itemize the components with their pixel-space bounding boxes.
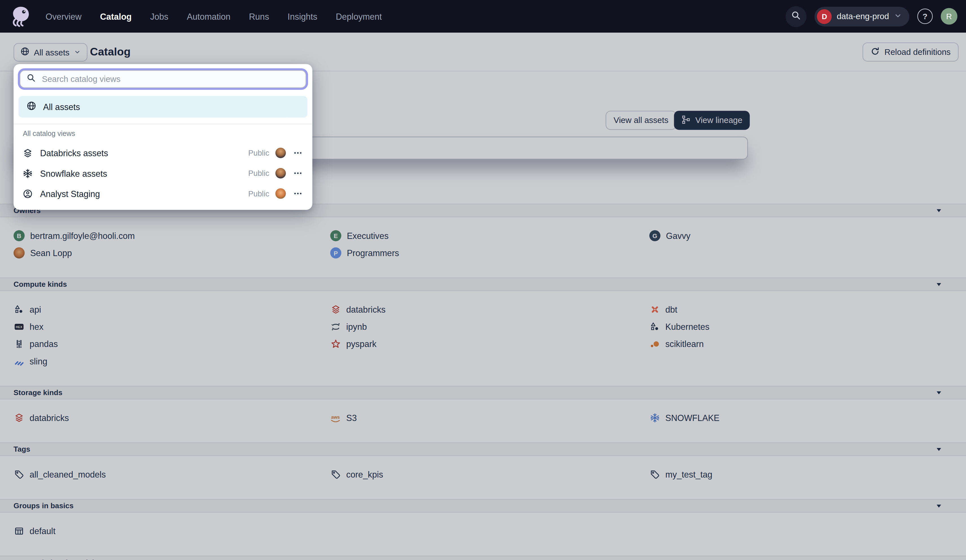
view-all-assets-button[interactable]: View all assets	[606, 111, 677, 130]
caret-down-icon	[935, 280, 943, 288]
facet-item[interactable]: databricks	[13, 409, 317, 426]
facet-item-label: Programmers	[347, 248, 399, 258]
caret-down-icon	[935, 502, 943, 509]
facet-item-label: all_cleaned_models	[30, 470, 106, 480]
avatar: G	[649, 230, 660, 241]
avatar: E	[330, 230, 341, 241]
pandas-icon	[13, 339, 24, 349]
facet-item[interactable]: my_test_tag	[649, 466, 944, 483]
global-search-button[interactable]	[786, 6, 807, 27]
facet-item[interactable]: core_kpis	[330, 466, 636, 483]
nav-item-automation[interactable]: Automation	[187, 11, 230, 21]
facet-item[interactable]: sling	[13, 353, 317, 370]
catalog-views-search-input[interactable]	[41, 74, 299, 84]
catalog-views-search[interactable]	[20, 70, 306, 88]
section-column: default	[0, 522, 317, 540]
avatar	[13, 247, 25, 258]
nav-item-runs[interactable]: Runs	[249, 11, 269, 21]
dropdown-item-all-assets[interactable]: All assets	[19, 96, 308, 118]
facet-item[interactable]: dbt	[649, 301, 944, 318]
dropdown-section-label: All catalog views	[13, 130, 312, 137]
section-body: databricksawsS3SNOWFLAKE	[0, 400, 966, 442]
more-menu-button[interactable]	[292, 188, 304, 200]
section-column: EExecutivesPProgrammers	[317, 227, 636, 262]
facet-item-label: dbt	[665, 305, 677, 314]
section-header-groups-in-basics[interactable]: Groups in basics	[0, 499, 966, 513]
user-avatar[interactable]: R	[941, 8, 957, 25]
facet-item[interactable]: databricks	[330, 301, 636, 318]
avatar: B	[13, 230, 25, 241]
view-lineage-button[interactable]: View lineage	[674, 111, 750, 130]
section-header-compute-kinds[interactable]: Compute kinds	[0, 277, 966, 291]
section-column: all_cleaned_models	[0, 466, 317, 483]
facet-item[interactable]: pyspark	[330, 336, 636, 353]
section-header-storage-kinds[interactable]: Storage kinds	[0, 386, 966, 400]
facet-item[interactable]: GGavvy	[649, 227, 944, 244]
section-body: all_cleaned_modelscore_kpismy_test_tag	[0, 456, 966, 499]
facet-item-label: scikitlearn	[665, 339, 704, 349]
facet-item[interactable]: Sean Lopp	[13, 244, 317, 262]
facet-item[interactable]: ipynb	[330, 318, 636, 336]
nav-item-catalog[interactable]: Catalog	[100, 11, 131, 21]
tag-icon	[649, 470, 660, 480]
section-column	[636, 522, 944, 540]
section-body: Bbertram.gilfoyle@hooli.comSean LoppEExe…	[0, 217, 966, 277]
facet-item[interactable]: Bbertram.gilfoyle@hooli.com	[13, 227, 317, 244]
tag-icon	[13, 470, 24, 480]
facet-item[interactable]: HEXhex	[13, 318, 317, 336]
nav-item-insights[interactable]: Insights	[288, 11, 317, 21]
facet-item[interactable]: scikitlearn	[649, 336, 944, 353]
section-header-groups-in-batch-enrichment[interactable]: Groups in batch_enrichment	[0, 556, 966, 560]
facet-item[interactable]: all_cleaned_models	[13, 466, 317, 483]
snowflake-icon	[649, 413, 660, 422]
section-header-tags[interactable]: Tags	[0, 442, 966, 456]
facet-item-label: default	[30, 526, 56, 536]
dropdown-item-analyst-staging[interactable]: Analyst Staging Public	[13, 183, 312, 204]
kind-icon	[649, 322, 660, 332]
caret-down-icon	[935, 559, 943, 560]
dagster-logo-icon[interactable]	[10, 4, 32, 28]
section-body: apiHEXhexpandasslingdatabricksipynbpyspa…	[0, 291, 966, 386]
section-column	[317, 522, 636, 540]
dropdown-item-databricks-assets[interactable]: Databricks assets Public	[13, 142, 312, 163]
section-column: GGavvy	[636, 227, 944, 262]
section-title: Storage kinds	[13, 388, 62, 397]
facet-item-label: ipynb	[346, 322, 367, 332]
facet-item[interactable]: PProgrammers	[330, 244, 636, 262]
dropdown-item-label: Databricks assets	[40, 148, 108, 158]
facet-item[interactable]: default	[13, 522, 317, 540]
nav-item-overview[interactable]: Overview	[46, 11, 82, 21]
reload-definitions-button[interactable]: Reload definitions	[863, 43, 959, 62]
sling-icon	[13, 356, 24, 366]
facet-item[interactable]: api	[13, 301, 317, 318]
facet-item[interactable]: Kubernetes	[649, 318, 944, 336]
facet-item[interactable]: pandas	[13, 336, 317, 353]
help-button[interactable]: ?	[917, 9, 933, 24]
facet-item-label: Sean Lopp	[30, 248, 72, 258]
facet-item[interactable]: awsS3	[330, 409, 636, 426]
workspace-avatar: D	[817, 9, 831, 24]
dropdown-item-snowflake-assets[interactable]: Snowflake assets Public	[13, 163, 312, 183]
facet-item[interactable]: EExecutives	[330, 227, 636, 244]
visibility-badge: Public	[248, 149, 269, 157]
facet-item[interactable]: SNOWFLAKE	[649, 409, 944, 426]
svg-text:aws: aws	[331, 414, 340, 419]
facet-item-label: core_kpis	[346, 470, 383, 480]
section-title: Groups in basics	[13, 501, 74, 510]
dbt-icon	[649, 305, 660, 314]
ipynb-icon	[330, 322, 341, 332]
facet-item-label: my_test_tag	[665, 470, 713, 480]
facet-item-label: pandas	[30, 339, 58, 349]
nav-item-deployment[interactable]: Deployment	[336, 11, 382, 21]
facet-item-label: databricks	[30, 413, 69, 422]
asset-scope-button[interactable]: All assets	[13, 43, 87, 62]
workspace-switcher[interactable]: D data-eng-prod	[815, 7, 909, 26]
caret-down-icon	[935, 389, 943, 396]
dropdown-rows: Databricks assets Public Snowflake asset…	[13, 142, 312, 203]
dropdown-item-label: Snowflake assets	[40, 168, 107, 178]
databricks-icon	[330, 305, 341, 314]
more-menu-button[interactable]	[292, 147, 304, 159]
more-menu-button[interactable]	[292, 167, 304, 179]
kind-icon	[13, 305, 24, 314]
nav-item-jobs[interactable]: Jobs	[150, 11, 168, 21]
